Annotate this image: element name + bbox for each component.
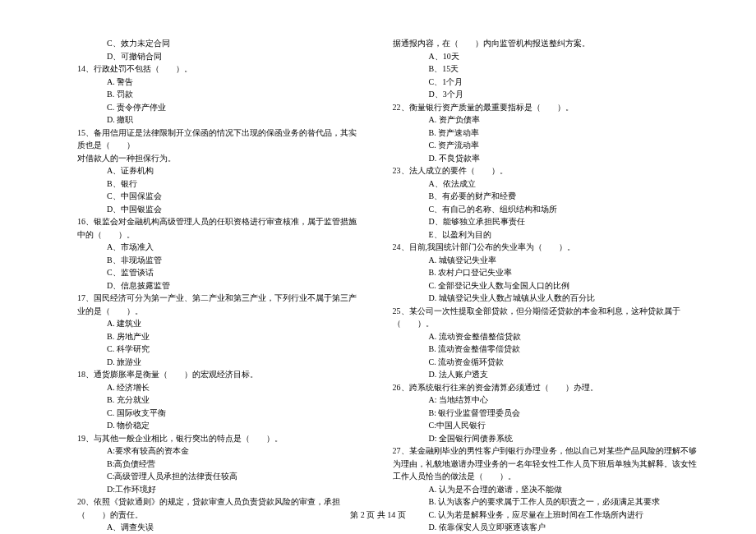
question-text: 24、目前,我国统计部门公布的失业率为（ ）。 (393, 241, 699, 254)
option-text: C. 科学研究 (58, 343, 364, 356)
option-text: B: 银行业监督管理委员会 (393, 407, 699, 420)
option-text: A. 认为是不合理的邀请，坚决不能做 (393, 483, 699, 496)
question-text: 18、通货膨胀率是衡量（ ）的宏观经济目标。 (58, 368, 364, 381)
option-text: C:中国人民银行 (393, 419, 699, 432)
option-text: C. 全部登记失业人数与全国人口的比例 (393, 279, 699, 292)
option-text: C. 资产流动率 (393, 139, 699, 152)
option-text: B. 认为该客户的要求属于工作人员的职责之一，必须满足其要求 (393, 495, 699, 509)
option-text: B. 农村户口登记失业率 (393, 266, 699, 279)
option-text: D、信息披露监管 (58, 279, 364, 292)
question-text: 26、跨系统银行往来的资金清算必须通过（ ）办理。 (393, 381, 699, 394)
option-text: A、调查失误 (58, 521, 364, 534)
option-text: A、依法成立 (393, 177, 699, 191)
option-text: D、中国银监会 (58, 203, 364, 216)
option-text: D. 城镇登记失业人数占城镇从业人数的百分比 (393, 292, 699, 305)
question-continuation: 据通报内容，在（ ）内向监管机构报送整纠方案。 (393, 37, 699, 50)
option-text: C. 国际收支平衡 (58, 407, 364, 420)
option-text: B. 罚款 (58, 88, 364, 101)
option-text: D. 依靠保安人员立即驱逐该客户 (393, 521, 699, 534)
question-text: 19、与其他一般企业相比，银行突出的特点是（ ）。 (58, 432, 364, 445)
option-text: D. 撤职 (58, 113, 364, 127)
question-text: 23、法人成立的要件（ ）。 (393, 164, 699, 177)
option-text: C、中国保监会 (58, 190, 364, 203)
question-text: 27、某金融刚毕业的男性客户到银行办理业务，他以自己对某些产品风险的理解不够为理… (393, 444, 699, 483)
left-column: C、效力未定合同 D、可撤销合同 14、行政处罚不包括（ ）。 A. 警告 B.… (58, 37, 364, 534)
option-text: C、监管谈话 (58, 266, 364, 279)
option-text: D. 法人账户透支 (393, 368, 699, 381)
page-content: C、效力未定合同 D、可撤销合同 14、行政处罚不包括（ ）。 A. 警告 B.… (0, 0, 756, 534)
option-text: B、有必要的财产和经费 (393, 190, 699, 203)
option-text: A、市场准入 (58, 241, 364, 254)
option-text: D. 物价稳定 (58, 419, 364, 432)
question-text: 14、行政处罚不包括（ ）。 (58, 62, 364, 76)
option-text: D: 全国银行间债券系统 (393, 432, 699, 445)
option-text: C、有自己的名称、组织结构和场所 (393, 203, 699, 216)
option-text: A. 建筑业 (58, 317, 364, 330)
question-text: 16、银监会对金融机构高级管理人员的任职资格进行审查核准，属于监管措施中的（ ）… (58, 215, 364, 241)
option-text: B. 流动资金整借零偿贷款 (393, 343, 699, 356)
page-footer: 第 2 页 共 14 页 (0, 509, 756, 521)
option-text: A. 城镇登记失业率 (393, 254, 699, 267)
option-text: C. 责令停产停业 (58, 101, 364, 114)
option-text: C、效力未定合同 (58, 37, 364, 50)
option-text: E、以盈利为目的 (393, 228, 699, 242)
option-text: C、1个月 (393, 76, 699, 89)
option-text: C. 流动资金循环贷款 (393, 356, 699, 369)
option-text: B. 充分就业 (58, 394, 364, 407)
question-text: 15、备用信用证是法律限制开立保函的情况下出现的保函业务的替代品，其实质也是（ … (58, 127, 364, 152)
option-text: A: 当地结算中心 (393, 394, 699, 407)
right-column: 据通报内容，在（ ）内向监管机构报送整纠方案。 A、10天 B、15天 C、1个… (393, 37, 699, 534)
option-text: A. 资产负债率 (393, 113, 699, 127)
option-text: B、银行 (58, 177, 364, 191)
option-text: B、非现场监管 (58, 254, 364, 267)
option-text: D、可撤销合同 (58, 50, 364, 63)
option-text: A. 警告 (58, 76, 364, 89)
option-text: C:高级管理人员承担的法律责任较高 (58, 470, 364, 483)
option-text: A. 经济增长 (58, 381, 364, 394)
option-text: A、10天 (393, 50, 699, 63)
option-text: A、证券机构 (58, 164, 364, 177)
option-text: B. 资产速动率 (393, 127, 699, 140)
option-text: A:要求有较高的资本金 (58, 444, 364, 458)
question-text: 22、衡量银行资产质量的最重要指标是（ ）。 (393, 101, 699, 114)
question-text: 25、某公司一次性提取全部贷款，但分期偿还贷款的本金和利息，这种贷款属于（ ）。 (393, 305, 699, 330)
option-text: D. 旅游业 (58, 356, 364, 369)
option-text: D:工作环境好 (58, 483, 364, 496)
option-text: D. 不良贷款率 (393, 152, 699, 165)
option-text: B、15天 (393, 62, 699, 76)
option-text: A. 流动资金整借整偿贷款 (393, 330, 699, 343)
option-text: D、3个月 (393, 88, 699, 101)
question-text: 17、国民经济可分为第一产业、第二产业和第三产业，下列行业不属于第三产业的是（ … (58, 292, 364, 317)
question-sub: 对借款人的一种担保行为。 (58, 152, 364, 165)
option-text: B:高负债经营 (58, 458, 364, 471)
option-text: D、能够独立承担民事责任 (393, 215, 699, 228)
option-text: B. 房地产业 (58, 330, 364, 343)
